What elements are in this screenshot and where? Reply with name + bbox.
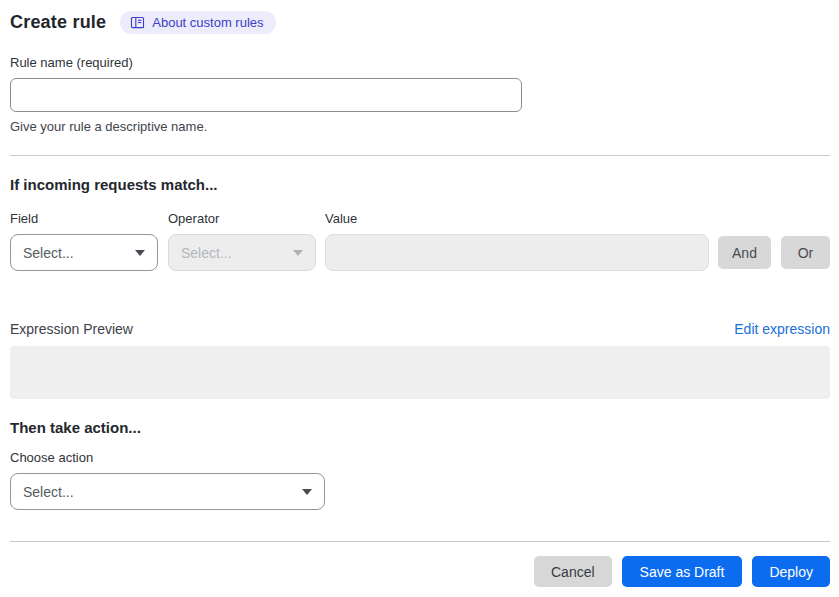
rule-name-input[interactable] bbox=[10, 78, 522, 112]
chevron-down-icon bbox=[293, 250, 303, 256]
action-section-heading: Then take action... bbox=[10, 419, 830, 436]
section-divider bbox=[10, 155, 830, 156]
about-custom-rules-label: About custom rules bbox=[152, 15, 263, 30]
field-label: Field bbox=[10, 211, 158, 226]
value-label: Value bbox=[325, 211, 709, 226]
field-column: Field Select... bbox=[10, 211, 158, 271]
choose-action-select-value: Select... bbox=[23, 484, 74, 500]
value-column: Value bbox=[325, 211, 709, 271]
page-title: Create rule bbox=[10, 12, 106, 33]
about-custom-rules-link[interactable]: About custom rules bbox=[120, 11, 275, 34]
value-input bbox=[325, 234, 709, 271]
footer-divider bbox=[10, 541, 830, 542]
choose-action-select[interactable]: Select... bbox=[10, 473, 325, 510]
save-as-draft-button[interactable]: Save as Draft bbox=[622, 556, 743, 587]
match-section-heading: If incoming requests match... bbox=[10, 176, 830, 193]
book-icon bbox=[130, 15, 145, 30]
operator-column: Operator Select... bbox=[168, 211, 316, 271]
deploy-button[interactable]: Deploy bbox=[752, 556, 830, 587]
field-select-value: Select... bbox=[23, 245, 74, 261]
footer-actions: Cancel Save as Draft Deploy bbox=[10, 556, 830, 587]
edit-expression-link[interactable]: Edit expression bbox=[734, 321, 830, 337]
create-rule-page: Create rule About custom rules Rule name… bbox=[0, 0, 839, 587]
expression-preview-box bbox=[10, 346, 830, 399]
expression-preview-label: Expression Preview bbox=[10, 321, 133, 337]
operator-select-value: Select... bbox=[181, 245, 232, 261]
rule-name-helper: Give your rule a descriptive name. bbox=[10, 119, 830, 134]
operator-label: Operator bbox=[168, 211, 316, 226]
and-button[interactable]: And bbox=[718, 236, 771, 269]
expression-preview-header: Expression Preview Edit expression bbox=[10, 321, 830, 337]
operator-select: Select... bbox=[168, 234, 316, 271]
cancel-button[interactable]: Cancel bbox=[534, 556, 612, 587]
chevron-down-icon bbox=[135, 250, 145, 256]
field-select[interactable]: Select... bbox=[10, 234, 158, 271]
rule-name-label: Rule name (required) bbox=[10, 55, 830, 70]
or-button[interactable]: Or bbox=[781, 236, 830, 269]
match-condition-row: Field Select... Operator Select... Value… bbox=[10, 211, 830, 271]
page-header: Create rule About custom rules bbox=[10, 11, 830, 34]
chevron-down-icon bbox=[302, 489, 312, 495]
choose-action-label: Choose action bbox=[10, 450, 830, 465]
